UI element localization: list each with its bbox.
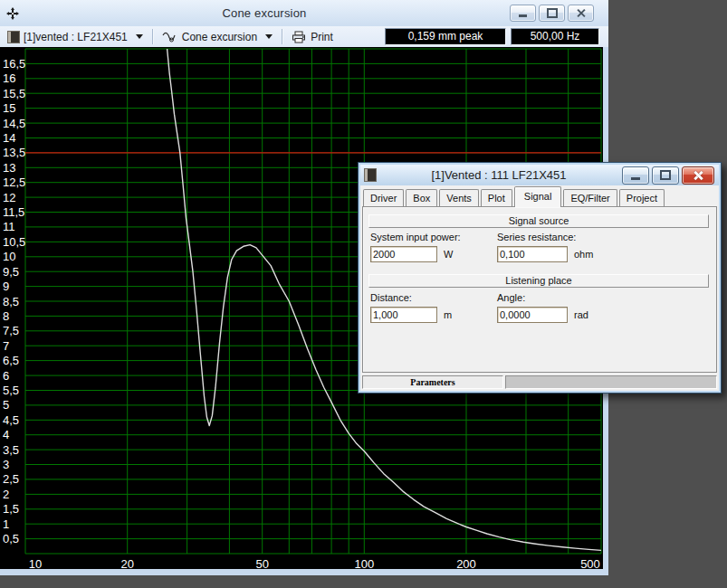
input-power-field-group: W bbox=[370, 246, 453, 262]
tab-strip: DriverBoxVentsPlotSignalEQ/FilterProject bbox=[361, 187, 718, 206]
move-crosshair-icon bbox=[6, 7, 19, 20]
svg-text:6,5: 6,5 bbox=[3, 354, 19, 367]
minimize-icon bbox=[519, 14, 527, 17]
close-icon bbox=[576, 9, 586, 17]
dialog-close-button[interactable] bbox=[682, 166, 714, 185]
desktop: { "window": { "title": "Cone excursion",… bbox=[0, 0, 727, 588]
input-power-field[interactable] bbox=[370, 246, 437, 262]
angle-field[interactable] bbox=[497, 307, 568, 323]
svg-text:13: 13 bbox=[3, 161, 15, 175]
plot-window-titlebar[interactable]: Cone excursion bbox=[0, 0, 608, 26]
curve-icon bbox=[162, 32, 177, 43]
signal-source-header: Signal source bbox=[368, 214, 709, 228]
svg-text:14: 14 bbox=[3, 131, 15, 145]
dialog-controls bbox=[622, 166, 714, 185]
dialog-title: [1]Vented : 111 LF21X451 bbox=[376, 168, 622, 182]
distance-field-group: m bbox=[370, 307, 452, 323]
series-resistance-label: Series resistance: bbox=[497, 232, 576, 242]
cursor-frequency-readout: 500,00 Hz bbox=[511, 28, 599, 45]
svg-text:4,5: 4,5 bbox=[3, 413, 19, 427]
vented-box-dialog: [1]Vented : 111 LF21X451 DriverBoxVentsP… bbox=[358, 162, 722, 394]
svg-text:5: 5 bbox=[3, 398, 9, 412]
plot-type-label: Cone excursion bbox=[182, 31, 257, 43]
dialog-statusbar: Parameters bbox=[362, 375, 717, 389]
svg-text:12: 12 bbox=[3, 191, 15, 204]
distance-label: Distance: bbox=[370, 292, 412, 303]
svg-text:14,5: 14,5 bbox=[3, 117, 25, 130]
chevron-down-icon bbox=[265, 34, 273, 39]
driver-selector-dropdown[interactable]: [1]vented : LF21X451 bbox=[5, 30, 146, 44]
minimize-button[interactable] bbox=[510, 5, 536, 22]
angle-label: Angle: bbox=[497, 292, 525, 303]
tab-box[interactable]: Box bbox=[406, 189, 437, 206]
svg-text:16,5: 16,5 bbox=[3, 57, 25, 71]
svg-text:20: 20 bbox=[120, 557, 133, 569]
box-icon bbox=[365, 169, 376, 181]
svg-text:7,5: 7,5 bbox=[3, 324, 19, 337]
svg-text:3: 3 bbox=[3, 458, 9, 471]
series-resistance-field-group: ohm bbox=[497, 246, 593, 262]
tab-vents[interactable]: Vents bbox=[439, 189, 479, 206]
svg-text:11: 11 bbox=[3, 220, 15, 233]
svg-text:500: 500 bbox=[580, 557, 600, 569]
svg-text:2: 2 bbox=[3, 488, 9, 501]
series-resistance-unit: ohm bbox=[574, 249, 593, 260]
close-button[interactable] bbox=[568, 5, 594, 22]
svg-text:200: 200 bbox=[456, 557, 476, 569]
printer-icon bbox=[292, 31, 306, 43]
window-title: Cone excursion bbox=[19, 6, 510, 20]
series-resistance-field[interactable] bbox=[497, 246, 568, 262]
svg-text:7: 7 bbox=[3, 339, 9, 353]
plot-toolbar: [1]vented : LF21X451 Cone excursion Prin… bbox=[0, 26, 608, 47]
svg-text:10: 10 bbox=[29, 557, 42, 569]
svg-text:0,5: 0,5 bbox=[3, 532, 19, 545]
restore-button[interactable] bbox=[539, 5, 565, 22]
close-icon bbox=[693, 171, 703, 180]
distance-field[interactable] bbox=[370, 307, 437, 323]
minimize-icon bbox=[631, 177, 640, 180]
toolbar-separator bbox=[152, 29, 153, 44]
svg-text:12,5: 12,5 bbox=[3, 175, 25, 189]
tab-signal[interactable]: Signal bbox=[514, 186, 562, 207]
print-button[interactable]: Print bbox=[289, 30, 336, 44]
driver-selector-label: [1]vented : LF21X451 bbox=[24, 31, 128, 43]
tab-eq-filter[interactable]: EQ/Filter bbox=[563, 189, 617, 206]
window-controls bbox=[510, 5, 594, 22]
svg-text:15,5: 15,5 bbox=[3, 87, 25, 100]
statusbar-empty-panel bbox=[505, 375, 717, 389]
dialog-restore-button[interactable] bbox=[652, 166, 679, 185]
dialog-titlebar[interactable]: [1]Vented : 111 LF21X451 bbox=[360, 165, 719, 185]
listening-place-header: Listening place bbox=[368, 274, 709, 288]
restore-icon bbox=[660, 170, 671, 180]
svg-text:6: 6 bbox=[3, 369, 9, 383]
toolbar-separator bbox=[282, 29, 282, 44]
svg-text:9: 9 bbox=[3, 280, 9, 293]
signal-tab-page: Signal source System input power: Series… bbox=[362, 206, 717, 373]
svg-text:10,5: 10,5 bbox=[3, 235, 25, 249]
svg-text:50: 50 bbox=[255, 557, 268, 569]
statusbar-parameters-panel[interactable]: Parameters bbox=[362, 375, 503, 389]
tab-driver[interactable]: Driver bbox=[363, 189, 404, 206]
dialog-body: DriverBoxVentsPlotSignalEQ/FilterProject… bbox=[360, 185, 719, 391]
svg-text:1,5: 1,5 bbox=[3, 502, 19, 516]
restore-icon bbox=[547, 8, 558, 18]
dialog-minimize-button[interactable] bbox=[622, 166, 649, 185]
angle-unit: rad bbox=[574, 309, 588, 320]
input-power-label: System input power: bbox=[370, 232, 461, 242]
peak-excursion-readout: 0,159 mm peak bbox=[385, 28, 506, 45]
chevron-down-icon bbox=[136, 34, 143, 39]
tab-project[interactable]: Project bbox=[619, 189, 665, 206]
svg-text:11,5: 11,5 bbox=[3, 205, 24, 219]
svg-text:16: 16 bbox=[3, 71, 15, 85]
box-icon bbox=[8, 32, 19, 43]
svg-text:9,5: 9,5 bbox=[3, 265, 19, 279]
distance-unit: m bbox=[444, 309, 452, 320]
svg-text:10: 10 bbox=[3, 250, 15, 263]
plot-type-dropdown[interactable]: Cone excursion bbox=[159, 30, 275, 44]
svg-text:100: 100 bbox=[354, 557, 374, 569]
svg-text:8,5: 8,5 bbox=[3, 295, 19, 308]
angle-field-group: rad bbox=[497, 307, 588, 323]
svg-text:2,5: 2,5 bbox=[3, 472, 19, 486]
tab-plot[interactable]: Plot bbox=[481, 189, 512, 206]
svg-text:8: 8 bbox=[3, 309, 9, 323]
